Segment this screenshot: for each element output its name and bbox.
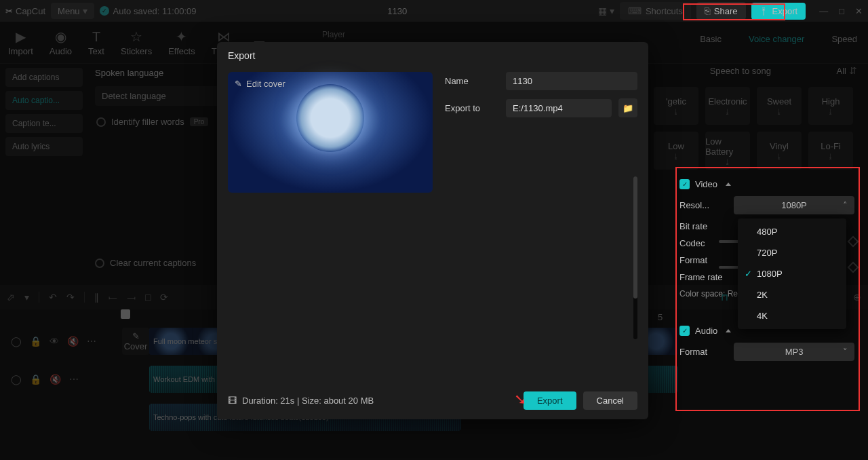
all-label: All — [837, 66, 846, 76]
tab-basic[interactable]: Basic — [700, 34, 722, 44]
clear-captions-row[interactable]: Clear current captions — [95, 258, 196, 268]
name-row: Name 1130 — [445, 72, 637, 90]
voice-card[interactable]: Vinyl⭳ — [757, 132, 802, 170]
duration-text: Duration: 21s | Size: about 20 MB — [242, 396, 374, 406]
voice-card-label: Low — [668, 141, 684, 151]
duration-info: 🎞 Duration: 21s | Size: about 20 MB — [228, 396, 374, 406]
resolution-row: Resol... 1080P ˄ — [679, 196, 854, 214]
resolution-label: Resol... — [679, 200, 734, 210]
dropdown-item-480p[interactable]: 480P — [738, 221, 846, 242]
video-section-header[interactable]: ✓ Video — [679, 179, 854, 189]
more-icon[interactable]: ⋯ — [69, 374, 79, 385]
caret-up-icon — [726, 183, 731, 186]
layout-icon[interactable]: ▦ ▾ — [598, 5, 614, 16]
resolution-dropdown: 480P 720P 1080P 2K 4K — [738, 218, 846, 329]
pill-auto-captions[interactable]: Auto captio... — [5, 91, 83, 110]
menu-button[interactable]: Menu ▾ — [51, 3, 94, 19]
refresh-icon[interactable]: ⟳ — [160, 292, 168, 303]
ribbon-label: Effects — [168, 46, 195, 56]
pill-caption-templates[interactable]: Caption te... — [5, 114, 83, 133]
cancel-button[interactable]: Cancel — [583, 391, 637, 410]
shortcuts-button[interactable]: ⌨Shortcuts — [620, 2, 691, 20]
mute-icon[interactable]: 🔇 — [50, 374, 61, 385]
resolution-select[interactable]: 1080P ˄ — [734, 196, 854, 214]
chevron-down-icon: ▾ — [83, 5, 87, 16]
pointer-icon[interactable]: ⬀ — [7, 292, 15, 303]
eye-icon[interactable]: ◯ — [11, 336, 22, 347]
export-button[interactable]: Export — [524, 391, 576, 410]
circle-checkbox[interactable] — [96, 117, 106, 127]
voice-card-label: Electronic — [708, 96, 747, 107]
ribbon-stickers[interactable]: ☆Stickers — [121, 28, 152, 56]
import-icon: ▶ — [16, 28, 26, 45]
redo-icon[interactable]: ↷ — [66, 292, 75, 303]
exportto-input[interactable]: E:/1130.mp4 — [506, 99, 612, 117]
close-icon[interactable]: ✕ — [855, 6, 863, 16]
crop-icon[interactable]: □ — [145, 292, 151, 303]
cover-preview[interactable]: ✎Edit cover — [228, 72, 433, 193]
split-icon[interactable]: ∥ — [94, 292, 99, 303]
visible-icon[interactable]: 👁 — [50, 336, 59, 347]
pro-badge: Pro — [190, 117, 209, 126]
eye-icon[interactable]: ◯ — [11, 374, 22, 385]
all-filter[interactable]: All ⇵ — [837, 65, 857, 76]
audio-format-row: Format MP3 ˅ — [679, 343, 854, 361]
app-logo: ✂ CapCut — [5, 6, 45, 16]
download-icon: ⭳ — [673, 108, 679, 115]
audio-checkbox[interactable]: ✓ — [679, 326, 690, 336]
left-sidebar: Add captions Auto captio... Caption te..… — [0, 64, 88, 315]
cover-button[interactable]: ✎Cover — [122, 328, 149, 355]
name-input[interactable]: 1130 — [506, 72, 637, 90]
ribbon-effects[interactable]: ✦Effects — [168, 28, 195, 56]
lock-icon[interactable]: 🔒 — [30, 336, 41, 347]
minimize-icon[interactable]: — — [819, 6, 828, 16]
dropdown-item-720p[interactable]: 720P — [738, 242, 846, 263]
edit-cover-button[interactable]: ✎Edit cover — [235, 79, 285, 89]
undo-icon[interactable]: ↶ — [49, 292, 57, 303]
voice-card[interactable]: 'getic⭳ — [654, 87, 698, 125]
speech-to-song-label: Speech to song — [710, 66, 771, 76]
circle-checkbox[interactable] — [95, 258, 104, 268]
export-button-top[interactable]: ⭱Export — [751, 3, 806, 20]
trim-right-icon[interactable]: ⟞ — [127, 292, 136, 303]
video-checkbox[interactable]: ✓ — [679, 179, 690, 189]
ribbon-audio[interactable]: ◉Audio — [50, 28, 72, 56]
dropdown-item-4k[interactable]: 4K — [738, 305, 846, 326]
pill-add-captions[interactable]: Add captions — [5, 68, 83, 87]
maximize-icon[interactable]: □ — [839, 6, 844, 16]
ribbon-import[interactable]: ▶Import — [8, 28, 33, 56]
tab-speed[interactable]: Speed — [831, 34, 857, 44]
browse-folder-button[interactable]: 📁 — [618, 98, 637, 117]
tab-voice-changer[interactable]: Voice changer — [749, 34, 804, 44]
chevron-up-icon: ˄ — [843, 200, 848, 210]
voice-card[interactable]: Sweet⭳ — [757, 87, 802, 125]
more-icon[interactable]: ⋯ — [87, 336, 96, 347]
filler-label: Identify filler words — [111, 117, 184, 127]
voice-card[interactable]: Electronic⭳ — [705, 87, 750, 125]
audio-format-value: MP3 — [785, 347, 804, 357]
voice-card[interactable]: High⭳ — [808, 87, 853, 125]
voice-card[interactable]: Low Battery⭳ — [705, 132, 750, 170]
settings-scrollbar[interactable] — [633, 176, 637, 339]
chevron-down-icon[interactable]: ▾ — [24, 292, 29, 303]
voice-card[interactable]: Lo-Fi⭳ — [808, 132, 853, 170]
bitrate-label: Bit rate — [679, 221, 734, 231]
format-label: Format — [679, 255, 734, 265]
audio-format-select[interactable]: MP3 ˅ — [734, 343, 854, 361]
trim-left-icon[interactable]: ⟝ — [108, 292, 117, 303]
lock-icon[interactable]: 🔒 — [30, 374, 41, 385]
mute-icon[interactable]: 🔇 — [67, 336, 79, 347]
scrollbar-thumb[interactable] — [633, 176, 637, 299]
voice-card[interactable]: Low⭳ — [654, 132, 698, 170]
pill-auto-lyrics[interactable]: Auto lyrics — [5, 137, 83, 156]
share-button[interactable]: ⎘Share — [696, 2, 746, 20]
dropdown-item-1080p[interactable]: 1080P — [738, 263, 846, 284]
voice-card-label: Vinyl — [770, 141, 789, 151]
stickers-icon: ☆ — [130, 28, 142, 45]
voice-card-label: 'getic — [666, 96, 686, 107]
ribbon-text[interactable]: TText — [88, 29, 104, 56]
download-icon: ⭳ — [827, 108, 834, 115]
dropdown-item-2k[interactable]: 2K — [738, 284, 846, 305]
download-icon: ⭳ — [724, 108, 731, 115]
right-tabs: Basic Voice changer Speed — [700, 34, 857, 44]
